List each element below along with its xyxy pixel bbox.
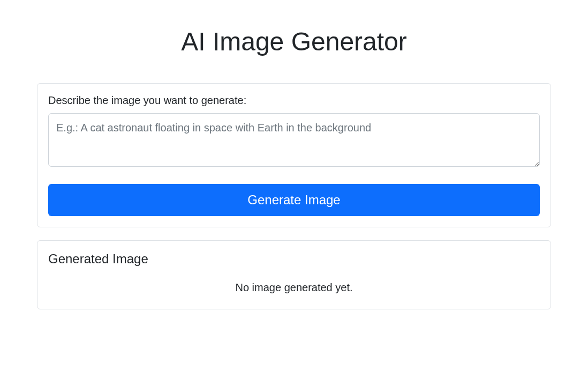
generate-button[interactable]: Generate Image (48, 184, 540, 216)
result-heading: Generated Image (48, 251, 540, 267)
prompt-input[interactable] (48, 113, 540, 167)
result-empty-message: No image generated yet. (48, 279, 540, 298)
result-card: Generated Image No image generated yet. (37, 240, 551, 309)
page-title: AI Image Generator (37, 27, 551, 56)
prompt-card: Describe the image you want to generate:… (37, 83, 551, 227)
prompt-label: Describe the image you want to generate: (48, 94, 540, 107)
